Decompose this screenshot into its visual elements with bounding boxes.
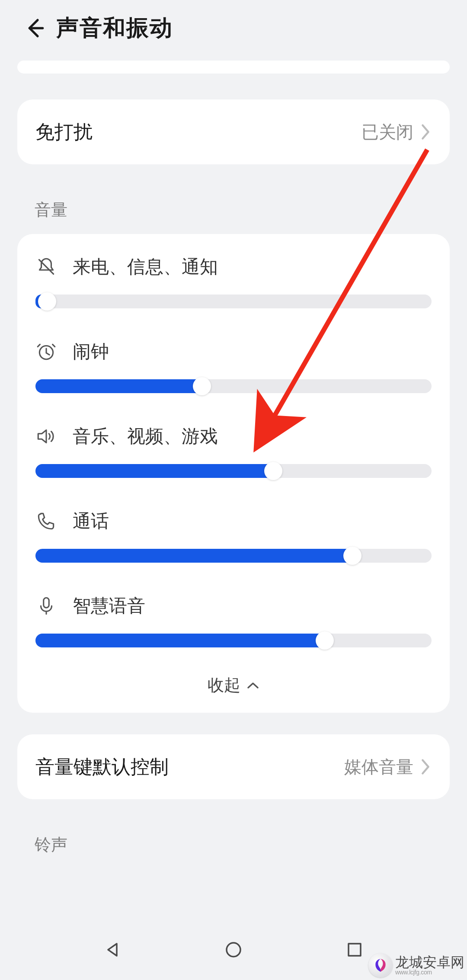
slider-media-label: 音乐、视频、游戏 [73, 424, 218, 448]
slider-thumb[interactable] [38, 292, 56, 311]
chevron-right-icon [419, 122, 432, 141]
watermark-text: 龙城安卓网 [395, 955, 464, 969]
dnd-row[interactable]: 免打扰 已关闭 [35, 99, 432, 164]
volume-card: 来电、信息、通知 闹钟 [17, 234, 450, 713]
svg-rect-4 [349, 944, 361, 956]
mic-icon [35, 595, 60, 617]
watermark: 龙城安卓网 www.lcjfg.com [368, 953, 464, 977]
collapse-label: 收起 [208, 674, 240, 696]
alarm-icon [35, 341, 60, 362]
page-title: 声音和振动 [56, 13, 173, 43]
watermark-sub: www.lcjfg.com [395, 969, 432, 975]
slider-voice[interactable] [35, 634, 432, 647]
svg-point-3 [227, 943, 240, 957]
section-volume-label: 音量 [0, 186, 467, 234]
volume-key-row[interactable]: 音量键默认控制 媒体音量 [35, 734, 432, 799]
nav-recents-button[interactable] [339, 935, 370, 965]
watermark-logo-icon [368, 953, 393, 977]
slider-ring[interactable] [35, 295, 432, 308]
slider-alarm-label: 闹钟 [73, 339, 109, 364]
slider-media[interactable] [35, 464, 432, 478]
slider-block-voice: 智慧语音 [35, 577, 432, 647]
slider-call-label: 通话 [73, 509, 109, 533]
slider-block-media: 音乐、视频、游戏 [35, 408, 432, 478]
square-recents-icon [344, 939, 365, 960]
dnd-label: 免打扰 [35, 119, 361, 145]
slider-ring-label: 来电、信息、通知 [73, 255, 218, 279]
slider-thumb[interactable] [316, 631, 334, 650]
svg-rect-1 [44, 598, 49, 608]
dnd-card: 免打扰 已关闭 [17, 99, 450, 164]
triangle-back-icon [102, 939, 123, 960]
circle-home-icon [223, 939, 244, 960]
nav-home-button[interactable] [218, 935, 249, 965]
previous-card-sliver [17, 61, 450, 74]
chevron-up-icon [246, 681, 259, 690]
back-button[interactable] [22, 15, 48, 41]
volume-key-value: 媒体音量 [344, 755, 413, 779]
slider-block-call: 通话 [35, 493, 432, 563]
phone-icon [35, 510, 60, 532]
slider-thumb[interactable] [193, 377, 211, 395]
chevron-right-icon [419, 757, 432, 776]
dnd-value: 已关闭 [361, 120, 413, 144]
volume-key-card: 音量键默认控制 媒体音量 [17, 734, 450, 799]
nav-back-button[interactable] [97, 935, 128, 965]
speaker-icon [35, 426, 60, 447]
slider-block-ring: 来电、信息、通知 [35, 238, 432, 308]
collapse-button[interactable]: 收起 [35, 662, 432, 713]
section-ringtone-label: 铃声 [0, 821, 467, 869]
arrow-left-icon [22, 16, 47, 40]
slider-alarm[interactable] [35, 379, 432, 393]
slider-block-alarm: 闹钟 [35, 323, 432, 393]
volume-key-label: 音量键默认控制 [35, 754, 344, 780]
slider-voice-label: 智慧语音 [73, 594, 145, 618]
slider-call[interactable] [35, 549, 432, 563]
bell-off-icon [35, 256, 60, 278]
slider-thumb[interactable] [264, 462, 282, 480]
slider-thumb[interactable] [343, 547, 361, 565]
